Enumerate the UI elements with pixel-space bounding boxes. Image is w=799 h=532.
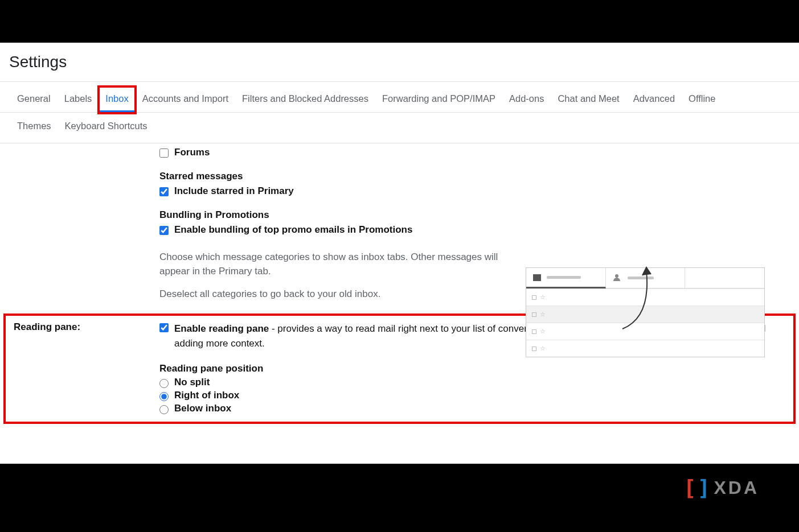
tab-offline[interactable]: Offline	[683, 88, 721, 112]
no-split-label: No split	[174, 377, 210, 388]
tab-keyboard[interactable]: Keyboard Shortcuts	[59, 117, 153, 135]
preview-tab-empty	[685, 268, 764, 288]
below-inbox-label: Below inbox	[174, 403, 231, 414]
preview-row: ☆	[526, 288, 764, 306]
include-starred-checkbox[interactable]	[159, 187, 169, 196]
reading-pane-section-label: Reading pane:	[14, 321, 159, 333]
preview-row: ☆	[526, 340, 764, 357]
right-of-inbox-label: Right of inbox	[174, 390, 239, 401]
right-of-inbox-radio[interactable]	[159, 392, 169, 401]
forums-label: Forums	[174, 147, 210, 158]
preview-row: ☆	[526, 306, 764, 323]
bracket-right-icon: ]	[698, 475, 711, 500]
reading-pane-position-heading: Reading pane position	[159, 363, 788, 374]
forums-checkbox[interactable]	[159, 149, 169, 158]
tab-inbox[interactable]: Inbox	[100, 88, 134, 112]
include-starred-label: Include starred in Primary	[174, 185, 294, 197]
tab-general[interactable]: General	[11, 88, 56, 112]
enable-bundling-label: Enable bundling of top promo emails in P…	[174, 224, 412, 236]
inbox-preview: ☆ ☆ ☆ ☆	[526, 267, 765, 357]
inbox-icon	[533, 274, 541, 281]
tab-chat[interactable]: Chat and Meet	[552, 88, 625, 112]
preview-tab-social	[606, 268, 686, 288]
tab-advanced[interactable]: Advanced	[628, 88, 681, 112]
enable-bundling-checkbox[interactable]	[159, 226, 169, 235]
people-icon	[613, 275, 622, 282]
tab-accounts[interactable]: Accounts and Import	[137, 88, 234, 112]
tab-forwarding[interactable]: Forwarding and POP/IMAP	[376, 88, 501, 112]
preview-bar	[628, 277, 654, 279]
bracket-left-icon: [	[683, 475, 696, 500]
enable-reading-pane-checkbox[interactable]	[159, 323, 169, 332]
below-inbox-radio[interactable]	[159, 405, 169, 414]
no-split-radio[interactable]	[159, 379, 169, 388]
settings-tabs-row2: Themes Keyboard Shortcuts	[0, 113, 799, 143]
page-title: Settings	[0, 43, 799, 81]
tab-filters[interactable]: Filters and Blocked Addresses	[236, 88, 374, 112]
bundling-heading: Bundling in Promotions	[159, 209, 790, 221]
tab-labels[interactable]: Labels	[59, 88, 98, 112]
tab-addons[interactable]: Add-ons	[503, 88, 550, 112]
xda-logo: [] XDA	[683, 475, 759, 500]
enable-reading-pane-label: Enable reading pane	[174, 323, 269, 334]
settings-tabs-row1: General Labels Inbox Accounts and Import…	[0, 82, 799, 113]
xda-text: XDA	[714, 477, 759, 498]
starred-heading: Starred messages	[159, 171, 790, 182]
preview-row: ☆	[526, 323, 764, 340]
preview-bar	[547, 276, 581, 279]
tab-themes[interactable]: Themes	[11, 117, 57, 135]
category-description: Choose which message categories to show …	[159, 250, 501, 278]
preview-tab-primary	[526, 268, 606, 288]
